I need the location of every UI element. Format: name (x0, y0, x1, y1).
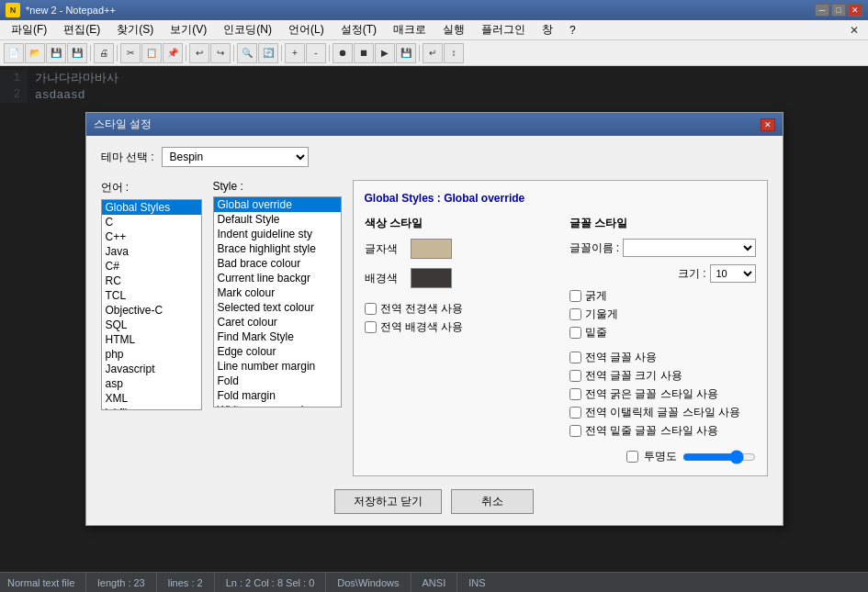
style-item-6[interactable]: Mark colour (214, 285, 341, 300)
toolbar-sep-1 (90, 45, 91, 61)
lang-item-11[interactable]: Javascript (102, 362, 201, 376)
lang-item-10[interactable]: php (102, 347, 201, 362)
lang-item-9[interactable]: HTML (102, 332, 201, 347)
toolbar-sep-6 (329, 45, 330, 61)
underline-checkbox[interactable] (569, 327, 581, 339)
bg-color-swatch[interactable] (411, 268, 452, 288)
save-close-button[interactable]: 저장하고 닫기 (334, 489, 442, 514)
lang-item-8[interactable]: SQL (102, 318, 201, 332)
menu-macro[interactable]: 매크로 (386, 20, 434, 39)
tb-print[interactable]: 🖨 (94, 43, 114, 63)
language-listbox[interactable]: Global StylesCC++JavaC#RCTCLObjective-CS… (101, 199, 202, 410)
menu-find[interactable]: 찾기(S) (109, 20, 161, 39)
minimize-button[interactable]: ─ (815, 4, 829, 17)
tb-macro-stop[interactable]: ⏹ (354, 43, 374, 63)
text-color-swatch[interactable] (411, 239, 452, 259)
lang-item-13[interactable]: XML (102, 391, 201, 406)
dialog-close-button[interactable]: ✕ (761, 118, 775, 131)
style-item-4[interactable]: Bad brace colour (214, 256, 341, 271)
global-options: 전역 글꼴 사용 전역 글꼴 크기 사용 전역 굵은 글꼴 스타일 사용 (569, 350, 756, 439)
global-underline-checkbox[interactable] (569, 425, 581, 437)
lang-item-3[interactable]: Java (102, 244, 201, 259)
tb-open[interactable]: 📂 (25, 43, 45, 63)
global-bold-checkbox[interactable] (569, 388, 581, 400)
style-item-1[interactable]: Default Style (214, 212, 341, 227)
lang-item-2[interactable]: C++ (102, 229, 201, 244)
style-item-12[interactable]: Fold (214, 374, 341, 388)
tb-new[interactable]: 📄 (4, 43, 24, 63)
lang-item-4[interactable]: C# (102, 259, 201, 274)
menu-window[interactable]: 창 (535, 20, 560, 39)
tb-cut[interactable]: ✂ (120, 43, 141, 63)
menu-view[interactable]: 보기(V) (163, 20, 214, 39)
app-icon: N (6, 3, 20, 17)
menu-close[interactable]: ✕ (844, 24, 864, 37)
status-charset: ANSI (411, 573, 458, 592)
font-family-select[interactable] (623, 239, 755, 257)
global-italic-checkbox[interactable] (569, 407, 581, 419)
global-styles-header: Global Styles : Global override (365, 192, 756, 205)
menu-language[interactable]: 언어(L) (281, 20, 332, 39)
tb-zoom-out[interactable]: - (306, 43, 326, 63)
tb-redo[interactable]: ↪ (210, 43, 231, 63)
menu-run[interactable]: 실행 (435, 20, 472, 39)
maximize-button[interactable]: □ (831, 4, 846, 17)
global-fg-checkbox[interactable] (365, 303, 377, 315)
tb-wordwrap[interactable]: ↵ (423, 43, 443, 63)
tb-syncscroll[interactable]: ↕ (444, 43, 464, 63)
global-font-size-checkbox[interactable] (569, 370, 581, 382)
menu-plugins[interactable]: 플러그인 (474, 20, 533, 39)
tb-saveall[interactable]: 💾 (67, 43, 87, 63)
lang-item-1[interactable]: C (102, 215, 201, 229)
tb-replace[interactable]: 🔄 (258, 43, 278, 63)
tb-paste[interactable]: 📌 (163, 43, 183, 63)
style-item-3[interactable]: Brace highlight style (214, 241, 341, 256)
cancel-button[interactable]: 취소 (451, 489, 534, 514)
lang-item-14[interactable]: ini file (102, 406, 201, 410)
tb-macro-record[interactable]: ⏺ (333, 43, 353, 63)
lang-item-7[interactable]: Objective-C (102, 303, 201, 318)
lang-item-6[interactable]: TCL (102, 288, 201, 303)
tb-macro-play[interactable]: ▶ (375, 43, 395, 63)
tb-undo[interactable]: ↩ (189, 43, 209, 63)
global-fg-row: 전역 전경색 사용 (365, 301, 551, 317)
style-item-8[interactable]: Caret colour (214, 315, 341, 330)
style-item-9[interactable]: Find Mark Style (214, 330, 341, 344)
menu-help[interactable]: ? (562, 22, 583, 39)
font-size-select[interactable]: 10 8 12 (710, 264, 756, 283)
global-bg-checkbox[interactable] (365, 321, 377, 333)
text-color-row: 글자색 (365, 239, 551, 259)
italic-checkbox[interactable] (569, 308, 581, 320)
global-font-label: 전역 글꼴 사용 (585, 350, 658, 365)
status-lines: lines : 2 (157, 573, 215, 592)
style-listbox[interactable]: Global overrideDefault StyleIndent guide… (213, 196, 342, 408)
menu-edit[interactable]: 편집(E) (56, 20, 107, 39)
tb-copy[interactable]: 📋 (141, 43, 162, 63)
style-item-10[interactable]: Edge colour (214, 344, 341, 359)
style-item-11[interactable]: Line number margin (214, 359, 341, 374)
style-item-7[interactable]: Selected text colour (214, 300, 341, 315)
transparency-checkbox[interactable] (626, 451, 638, 463)
lang-item-5[interactable]: RC (102, 274, 201, 288)
theme-select[interactable]: Bespin Default Zenburn (162, 147, 309, 167)
tb-zoom-in[interactable]: + (285, 43, 305, 63)
transparency-slider[interactable] (682, 450, 756, 464)
style-item-13[interactable]: Fold margin (214, 388, 341, 403)
tb-macro-save[interactable]: 💾 (396, 43, 416, 63)
style-item-14[interactable]: White space symbo (214, 403, 341, 408)
color-style-col: 색상 스타일 글자색 배경색 (365, 216, 551, 441)
style-item-5[interactable]: Current line backgr (214, 271, 341, 285)
tb-find[interactable]: 🔍 (237, 43, 257, 63)
style-item-2[interactable]: Indent guideline sty (214, 227, 341, 241)
menu-file[interactable]: 파일(F) (4, 20, 54, 39)
close-button[interactable]: ✕ (848, 4, 862, 17)
menu-settings[interactable]: 설정(T) (333, 20, 384, 39)
menu-encoding[interactable]: 인코딩(N) (216, 20, 279, 39)
lang-item-0[interactable]: Global Styles (102, 200, 201, 215)
bold-checkbox[interactable] (569, 290, 581, 302)
global-font-checkbox[interactable] (569, 352, 581, 363)
dialog-main-columns: 언어 : Global StylesCC++JavaC#RCTCLObjecti… (101, 180, 768, 476)
style-item-0[interactable]: Global override (214, 197, 341, 212)
lang-item-12[interactable]: asp (102, 376, 201, 391)
tb-save[interactable]: 💾 (46, 43, 66, 63)
